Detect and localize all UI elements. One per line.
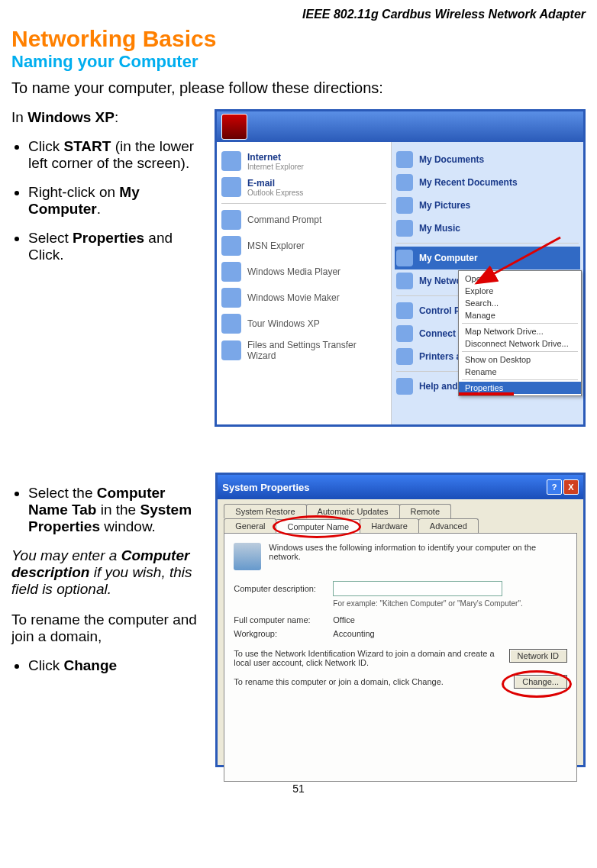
fullname-label: Full computer name:	[234, 615, 333, 624]
tab[interactable]: Computer Name	[276, 519, 360, 534]
network-id-button[interactable]: Network ID	[509, 649, 567, 663]
folder-icon	[396, 378, 413, 395]
rename-lead: To rename the computer and join a domain…	[11, 611, 202, 645]
close-icon[interactable]: X	[563, 479, 579, 495]
optional-hint: You may enter a Computer description if …	[11, 547, 202, 598]
context-menu-item[interactable]: Properties	[459, 382, 581, 394]
tab[interactable]: General	[224, 518, 276, 533]
start-menu-item[interactable]: Files and Settings Transfer Wizard	[220, 337, 388, 364]
app-icon	[221, 210, 241, 230]
folder-icon	[396, 348, 413, 365]
tab[interactable]: Hardware	[360, 518, 419, 533]
bullet-list-3: Click Change	[11, 657, 202, 674]
user-avatar-icon	[221, 114, 247, 140]
page-number: 51	[11, 782, 586, 795]
section-1-instructions: In Windows XP: Click START (in the lower…	[11, 109, 201, 276]
section-1: In Windows XP: Click START (in the lower…	[11, 109, 586, 427]
bullet-list-1: Click START (in the lower left corner of…	[11, 138, 201, 263]
start-menu-item[interactable]: My Music	[395, 217, 580, 240]
heading-1: Networking Basics	[11, 26, 586, 52]
list-item: Select the Computer Name Tab in the Syst…	[28, 485, 202, 535]
start-menu-item[interactable]: MSN Explorer	[220, 233, 388, 259]
desc-hint: For example: "Kitchen Computer" or "Mary…	[333, 599, 567, 608]
heading-2: Naming your Computer	[11, 52, 586, 72]
menu-separator	[462, 323, 578, 324]
folder-icon	[396, 325, 413, 342]
folder-icon	[396, 197, 413, 214]
app-icon	[221, 236, 241, 256]
desc-row: Computer description:	[234, 581, 567, 596]
document-header: IEEE 802.11g Cardbus Wireless Network Ad…	[11, 8, 586, 21]
context-menu-item[interactable]: Manage	[459, 309, 581, 321]
tab-panel: Windows uses the following information t…	[224, 533, 577, 782]
list-item: Click Change	[28, 657, 202, 674]
start-menu-header	[217, 111, 583, 142]
app-icon	[221, 177, 241, 197]
help-icon[interactable]: ?	[547, 479, 562, 495]
tab[interactable]: Automatic Updates	[306, 504, 400, 518]
change-button[interactable]: Change...	[514, 675, 567, 689]
menu-separator	[462, 379, 578, 380]
workgroup-row: Workgroup: Accounting	[234, 629, 567, 638]
workgroup-label: Workgroup:	[234, 629, 333, 638]
fullname-row: Full computer name: Office	[234, 615, 567, 624]
app-icon	[221, 151, 241, 171]
folder-icon	[396, 250, 413, 266]
app-icon	[221, 288, 241, 308]
start-menu-item[interactable]: My Computer	[395, 247, 580, 269]
app-icon	[221, 262, 241, 282]
tab[interactable]: Advanced	[418, 518, 479, 533]
workgroup-value: Accounting	[333, 629, 374, 638]
list-item: Right-click on My Computer.	[28, 184, 201, 218]
start-menu-item[interactable]: My Pictures	[395, 194, 580, 217]
folder-icon	[396, 273, 413, 289]
start-menu-item[interactable]: Command Prompt	[220, 207, 388, 233]
start-menu-item[interactable]: E-mailOutlook Express	[220, 174, 388, 200]
list-item: Select Properties and Click.	[28, 230, 201, 263]
context-menu-item[interactable]: Open	[459, 273, 581, 285]
b2-pre: Select the	[28, 485, 97, 501]
window-titlebar: System Properties ? X	[218, 475, 583, 499]
start-menu-right-column: My DocumentsMy Recent DocumentsMy Pictur…	[392, 142, 583, 424]
menu-separator	[462, 351, 578, 352]
tab[interactable]: System Restore	[224, 504, 306, 518]
change-text: To rename this computer or join a domain…	[234, 677, 514, 686]
tabs-row-2: GeneralComputer NameHardwareAdvanced	[218, 518, 583, 533]
lead-end: :	[115, 109, 118, 125]
netid-row: To use the Network Identification Wizard…	[234, 649, 567, 667]
lead-bold: Windows XP	[27, 109, 115, 125]
context-menu-item[interactable]: Search...	[459, 297, 581, 309]
rb-bold: Change	[63, 657, 117, 673]
info-text: Windows uses the following information t…	[269, 543, 567, 561]
start-menu-item[interactable]: Windows Movie Maker	[220, 285, 388, 311]
computer-icon	[234, 543, 261, 570]
start-menu-item[interactable]: Windows Media Player	[220, 259, 388, 285]
section-2: Select the Computer Name Tab in the Syst…	[11, 473, 586, 767]
start-menu-left-column: InternetInternet ExplorerE-mailOutlook E…	[217, 142, 392, 424]
system-properties-screenshot: System Properties ? X System RestoreAuto…	[215, 473, 586, 767]
app-icon	[221, 340, 241, 360]
folder-icon	[396, 151, 413, 168]
start-menu-item[interactable]: Tour Windows XP	[220, 311, 388, 337]
rb-pre: Click	[28, 657, 63, 673]
hint-pre: You may enter a	[11, 547, 121, 563]
start-menu-item[interactable]: InternetInternet Explorer	[220, 148, 388, 174]
bullet-list-2: Select the Computer Name Tab in the Syst…	[11, 485, 202, 535]
context-menu-item[interactable]: Map Network Drive...	[459, 325, 581, 337]
start-menu-item[interactable]: My Documents	[395, 148, 580, 171]
netid-text: To use the Network Identification Wizard…	[234, 649, 508, 667]
context-menu-item[interactable]: Rename	[459, 366, 581, 378]
window-title: System Properties	[222, 482, 309, 493]
list-item: Click START (in the lower left corner of…	[28, 138, 201, 172]
computer-description-input[interactable]	[333, 581, 502, 596]
context-menu-item[interactable]: Explore	[459, 285, 581, 297]
section-2-instructions: Select the Computer Name Tab in the Syst…	[11, 473, 202, 686]
desc-label: Computer description:	[234, 584, 333, 593]
context-menu: OpenExploreSearch...ManageMap Network Dr…	[458, 270, 582, 396]
start-menu-item[interactable]: My Recent Documents	[395, 171, 580, 194]
app-icon	[221, 314, 241, 334]
tab[interactable]: Remote	[399, 504, 452, 518]
context-menu-item[interactable]: Show on Desktop	[459, 353, 581, 366]
context-menu-item[interactable]: Disconnect Network Drive...	[459, 337, 581, 350]
start-menu-screenshot: InternetInternet ExplorerE-mailOutlook E…	[215, 109, 586, 427]
